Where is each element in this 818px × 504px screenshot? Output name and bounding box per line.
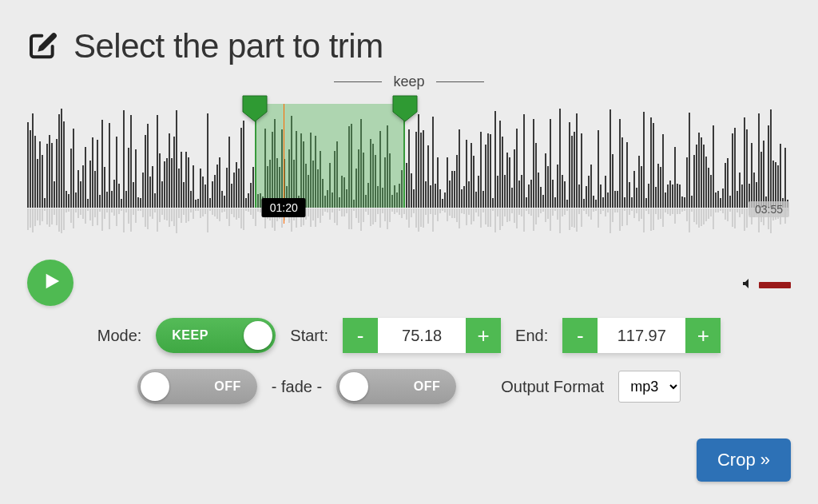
- controls: Mode: KEEP Start: - + End: - + OFF - fad…: [27, 318, 791, 404]
- output-format-label: Output Format: [501, 378, 604, 396]
- selection-handle-start[interactable]: [241, 94, 268, 123]
- end-increment-button[interactable]: +: [685, 318, 721, 353]
- end-decrement-button[interactable]: -: [562, 318, 598, 353]
- selection-handle-end[interactable]: [391, 94, 419, 123]
- total-duration-badge: 03:55: [749, 201, 789, 217]
- fade-out-toggle[interactable]: OFF: [336, 369, 456, 404]
- end-stepper: - +: [562, 318, 721, 353]
- mode-toggle-knob: [244, 321, 272, 350]
- mode-toggle-label: KEEP: [172, 328, 208, 343]
- end-label: End:: [515, 327, 548, 345]
- selection-region[interactable]: [255, 104, 405, 208]
- start-stepper: - +: [343, 318, 501, 353]
- fade-out-toggle-label: OFF: [414, 379, 441, 394]
- volume-bar[interactable]: [759, 282, 791, 288]
- page-title: Select the part to trim: [73, 27, 383, 65]
- play-icon: [40, 272, 61, 294]
- mode-label: Mode:: [97, 327, 142, 345]
- mode-toggle[interactable]: KEEP: [156, 318, 276, 353]
- start-input[interactable]: [378, 318, 466, 353]
- transport-row: [27, 260, 791, 308]
- start-decrement-button[interactable]: -: [343, 318, 378, 353]
- start-label: Start:: [290, 327, 328, 345]
- playhead-time-badge: 01:20: [262, 198, 306, 217]
- page-header: Select the part to trim: [27, 27, 383, 65]
- crop-button[interactable]: Crop »: [697, 439, 791, 482]
- fade-out-toggle-knob: [340, 372, 368, 401]
- end-input[interactable]: [598, 318, 685, 353]
- fade-in-toggle[interactable]: OFF: [137, 369, 257, 404]
- speaker-icon: [741, 277, 754, 293]
- waveform[interactable]: 01:20 03:55: [27, 104, 791, 232]
- volume-control[interactable]: [741, 277, 791, 293]
- start-increment-button[interactable]: +: [466, 318, 501, 353]
- fade-in-toggle-label: OFF: [214, 379, 241, 394]
- fade-in-toggle-knob: [141, 372, 169, 401]
- keep-indicator: keep: [0, 73, 818, 90]
- output-format-select[interactable]: mp3: [618, 371, 681, 403]
- play-button[interactable]: [27, 260, 73, 306]
- crop-button-label: Crop »: [717, 450, 770, 470]
- edit-icon: [27, 30, 59, 62]
- fade-label: - fade -: [272, 378, 322, 396]
- keep-label-text: keep: [393, 73, 424, 90]
